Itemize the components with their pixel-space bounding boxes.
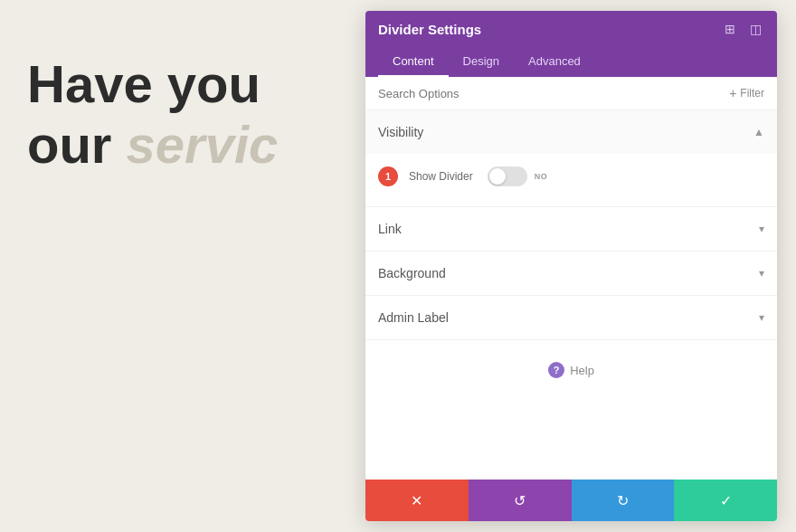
- help-label[interactable]: Help: [570, 364, 594, 377]
- visibility-chevron-icon: ▲: [753, 126, 764, 138]
- redo-icon: ↻: [617, 492, 629, 509]
- panel-header: Divider Settings ⊞ ◫ Content Design Adva…: [365, 11, 777, 77]
- tab-design[interactable]: Design: [449, 47, 514, 77]
- section-admin-label: Admin Label ▾: [365, 296, 777, 340]
- background-header[interactable]: Background ▾: [365, 252, 777, 295]
- save-icon: ✓: [720, 492, 732, 509]
- admin-label-title: Admin Label: [378, 310, 449, 325]
- panel-title-row: Divider Settings ⊞ ◫: [378, 20, 764, 38]
- filter-plus-icon: +: [729, 86, 736, 100]
- toggle-thumb: [489, 168, 506, 185]
- step-badge-1: 1: [378, 166, 398, 186]
- background-title: Background: [378, 266, 446, 280]
- divider-settings-panel: Divider Settings ⊞ ◫ Content Design Adva…: [365, 11, 777, 521]
- cancel-icon: ✕: [411, 492, 422, 509]
- help-row: ? Help: [365, 340, 777, 389]
- panel-body: Visibility ▲ 1 Show Divider NO: [365, 110, 777, 480]
- section-visibility: Visibility ▲ 1 Show Divider NO: [365, 110, 777, 207]
- reset-button[interactable]: ↺: [469, 480, 572, 521]
- grid-icon[interactable]: ⊞: [721, 20, 739, 38]
- admin-label-chevron-icon: ▾: [759, 311, 764, 324]
- show-divider-label: Show Divider: [409, 170, 473, 183]
- page-heading: Have you our servic: [27, 54, 278, 175]
- link-header[interactable]: Link ▾: [365, 207, 777, 251]
- layout-icon[interactable]: ◫: [746, 20, 764, 38]
- cancel-button[interactable]: ✕: [365, 480, 469, 521]
- panel-tabs: Content Design Advanced: [378, 47, 764, 77]
- panel-title: Divider Settings: [378, 22, 481, 37]
- background-chevron-icon: ▾: [759, 267, 764, 280]
- save-button[interactable]: ✓: [674, 480, 777, 521]
- show-divider-row: 1 Show Divider NO: [378, 163, 764, 190]
- tab-content[interactable]: Content: [378, 47, 449, 77]
- redo-button[interactable]: ↻: [572, 480, 675, 521]
- search-row: + Filter: [365, 77, 777, 110]
- visibility-header[interactable]: Visibility ▲: [365, 110, 777, 154]
- filter-label: Filter: [740, 87, 764, 100]
- heading-line2: our servic: [27, 115, 278, 176]
- panel-header-icons: ⊞ ◫: [721, 20, 764, 38]
- tab-advanced[interactable]: Advanced: [514, 47, 595, 77]
- link-title: Link: [378, 222, 402, 236]
- toggle-no-label: NO: [535, 172, 548, 181]
- visibility-content: 1 Show Divider NO: [365, 154, 777, 206]
- show-divider-toggle[interactable]: [488, 166, 527, 186]
- show-divider-toggle-wrapper: NO: [488, 166, 548, 186]
- filter-button[interactable]: + Filter: [729, 86, 764, 100]
- visibility-title: Visibility: [378, 125, 423, 139]
- admin-label-header[interactable]: Admin Label ▾: [365, 296, 777, 339]
- panel-footer: ✕ ↺ ↻ ✓: [365, 480, 777, 521]
- help-icon: ?: [548, 362, 564, 378]
- reset-icon: ↺: [514, 492, 526, 509]
- section-background: Background ▾: [365, 252, 777, 296]
- section-link: Link ▾: [365, 207, 777, 252]
- search-input[interactable]: [378, 87, 722, 100]
- link-chevron-icon: ▾: [759, 223, 764, 235]
- heading-line1: Have you: [27, 54, 278, 115]
